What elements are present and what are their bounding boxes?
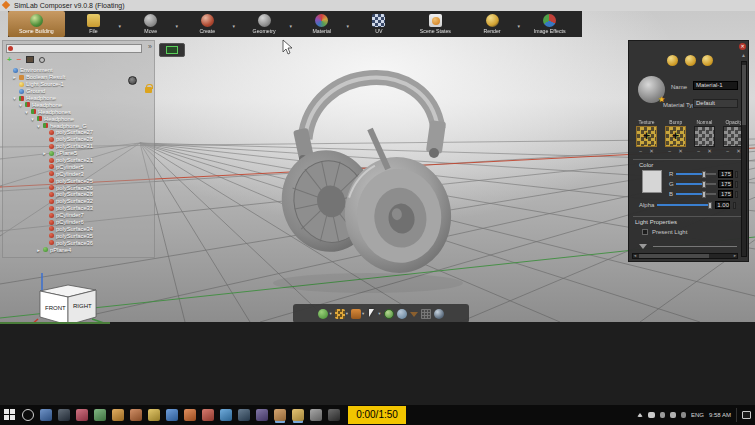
texture-view-button[interactable] — [384, 309, 394, 319]
ribbon-tab-file[interactable]: File▾ — [65, 11, 122, 37]
ribbon-tab-create[interactable]: Create▾ — [179, 11, 236, 37]
tree-item-polysurface28[interactable]: polySurface28 — [5, 136, 154, 143]
simlab-library-icon[interactable] — [274, 409, 286, 421]
close-panel-icon[interactable]: ✕ — [739, 43, 746, 50]
tree-item-polysurface32[interactable]: polySurface32 — [5, 198, 154, 205]
delete-bump-button[interactable]: ✕ — [678, 148, 683, 154]
tree-item-polysurface25[interactable]: polySurface25 — [5, 177, 154, 184]
b-slider[interactable] — [676, 193, 716, 195]
ribbon-tab-render[interactable]: Render▾ — [464, 11, 521, 37]
paint-app-icon[interactable] — [130, 409, 142, 421]
r-stepper[interactable] — [735, 171, 738, 178]
object-mode-button[interactable]: ▾ — [351, 309, 364, 319]
camera-gizmo-icon[interactable] — [128, 76, 137, 85]
tree-item-environment[interactable]: Environment — [5, 67, 154, 74]
material-sphere-icon-3[interactable] — [702, 55, 713, 66]
background-app-icon[interactable] — [328, 409, 340, 421]
environment-button[interactable] — [397, 309, 407, 319]
start-button[interactable] — [4, 409, 16, 421]
dock-resize-bar[interactable] — [0, 322, 110, 324]
tree-item-polysurface27[interactable]: polySurface27 — [5, 129, 154, 136]
material-name-input[interactable]: Material-1 — [693, 81, 738, 90]
file-explorer-icon[interactable] — [148, 409, 160, 421]
store-app-icon[interactable] — [76, 409, 88, 421]
view-cube-front-label[interactable]: FRONT — [45, 305, 66, 311]
chevron-up-icon[interactable] — [637, 413, 643, 417]
tree-right-arrow-icon[interactable]: ▸ — [12, 74, 17, 80]
tree-item-polysurface26[interactable]: polySurface26 — [5, 184, 154, 191]
bump-slot-thumb[interactable]: + — [665, 126, 686, 147]
remove-opacity-button[interactable]: − — [726, 148, 729, 154]
g-stepper[interactable] — [735, 181, 738, 188]
skype-app-icon[interactable] — [220, 409, 232, 421]
present-light-checkbox[interactable] — [642, 229, 648, 235]
color-swatch[interactable] — [642, 170, 662, 193]
tree-down-arrow-icon[interactable]: ▾ — [36, 123, 41, 129]
speaker-icon[interactable] — [670, 412, 676, 418]
headphones-model[interactable] — [272, 78, 463, 293]
more-options-dropdown[interactable] — [410, 309, 418, 319]
alpha-stepper[interactable] — [733, 202, 736, 209]
ribbon-tab-material[interactable]: Material▾ — [293, 11, 350, 37]
tree-item-polysurface34[interactable]: polySurface34 — [5, 225, 154, 232]
ribbon-tab-scene-states[interactable]: Scene States — [407, 11, 464, 37]
tree-item-pplane4[interactable]: ▸pPlane4 — [5, 246, 154, 253]
tree-item-ground[interactable]: Ground — [5, 88, 154, 95]
view-cube[interactable]: FRONT RIGHT — [30, 273, 104, 322]
ribbon-tab-move[interactable]: Move▾ — [122, 11, 179, 37]
firefox-browser-icon[interactable] — [184, 409, 196, 421]
camera-app-icon[interactable] — [238, 409, 250, 421]
view-cube-right-label[interactable]: RIGHT — [73, 303, 92, 309]
capture-view-button[interactable] — [159, 43, 185, 57]
tree-right-arrow-icon[interactable]: ▸ — [36, 247, 41, 253]
find-icon[interactable] — [39, 57, 45, 63]
scroll-right-icon[interactable]: ► — [733, 254, 737, 258]
tree-item-polysurface31[interactable]: polySurface31 — [5, 143, 154, 150]
collapse-panel-icon[interactable]: » — [148, 43, 152, 50]
material-mode-button[interactable]: ▾ — [335, 309, 348, 319]
tree-item-polysurface33[interactable]: polySurface33 — [5, 205, 154, 212]
edge-browser-icon[interactable] — [166, 409, 178, 421]
tree-down-arrow-icon[interactable]: ▾ — [24, 109, 29, 115]
tree-item-pcylinder3[interactable]: pCylinder3 — [5, 170, 154, 177]
alpha-knob[interactable] — [708, 202, 712, 209]
scrollbar-thumb[interactable] — [742, 65, 746, 125]
remove-normal-button[interactable]: − — [697, 148, 700, 154]
onedrive-cloud-icon[interactable] — [648, 412, 655, 418]
tree-item-pcylinder5[interactable]: pCylinder5 — [5, 163, 154, 170]
material-sphere-icon-1[interactable] — [667, 55, 678, 66]
tree-item-headphone[interactable]: ▾Headphone — [5, 95, 154, 102]
photo-viewer-app-icon[interactable] — [94, 409, 106, 421]
search-icon[interactable] — [22, 409, 34, 421]
grid-toggle-button[interactable] — [421, 309, 431, 319]
tree-down-arrow-icon[interactable]: ▾ — [30, 116, 35, 122]
tree-item-polysurface21[interactable]: polySurface21 — [5, 157, 154, 164]
render-mode-button[interactable]: ▾ — [318, 309, 331, 319]
material-sphere-icon-2[interactable] — [685, 55, 696, 66]
tree-right-arrow-icon[interactable]: ▸ — [42, 150, 47, 156]
tree-item-polysurface28[interactable]: polySurface28 — [5, 191, 154, 198]
ribbon-tab-uv[interactable]: UV — [350, 11, 407, 37]
mail-app-icon[interactable] — [40, 409, 52, 421]
scene-search-input[interactable] — [6, 44, 142, 53]
tree-down-arrow-icon[interactable]: ▾ — [18, 102, 23, 108]
select-tool-button[interactable]: ▾ — [367, 309, 380, 319]
section-expander-icon[interactable] — [639, 244, 647, 249]
b-stepper[interactable] — [735, 191, 738, 198]
remove-texture-button[interactable]: − — [639, 148, 642, 154]
texture-slot-thumb[interactable]: + — [636, 126, 657, 147]
touch-keyboard-icon[interactable] — [660, 412, 665, 418]
clock[interactable]: 9:58 AM — [709, 412, 731, 418]
simlab-composer-icon[interactable] — [292, 409, 304, 421]
collapse-all-icon[interactable]: − — [17, 56, 22, 64]
r-slider[interactable] — [676, 173, 716, 175]
tree-item-headphones[interactable]: ▾Headphones — [5, 108, 154, 115]
scroll-left-icon[interactable]: ◄ — [633, 254, 637, 258]
isolate-icon[interactable] — [26, 56, 34, 63]
tree-item-pcylinder7[interactable]: pCylinder7 — [5, 212, 154, 219]
material-type-dropdown[interactable]: Default — [693, 99, 738, 108]
3d-builder-app-icon[interactable] — [112, 409, 124, 421]
alpha-slider[interactable] — [657, 204, 712, 206]
tree-item-pcylinder6[interactable]: pCylinder6 — [5, 219, 154, 226]
notification-center-icon[interactable] — [742, 411, 751, 419]
